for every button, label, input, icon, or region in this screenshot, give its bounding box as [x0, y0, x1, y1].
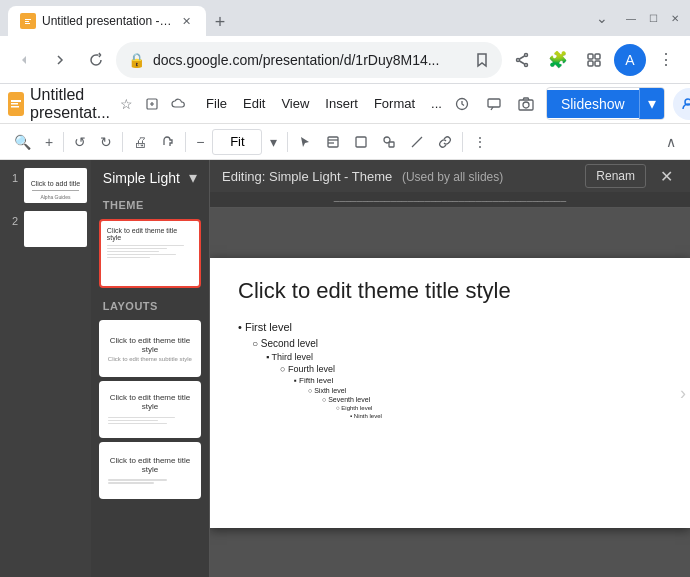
menu-file[interactable]: File: [198, 92, 235, 115]
url-text: docs.google.com/presentation/d/1rDuy8M14…: [153, 52, 466, 68]
back-button[interactable]: [8, 44, 40, 76]
layout-card-1[interactable]: Click to edit theme title style Click to…: [99, 320, 201, 377]
bullet-8: ○ Eighth level: [238, 405, 662, 411]
app-menu: File Edit View Insert Format ...: [198, 92, 450, 115]
new-tab-button[interactable]: +: [206, 8, 234, 36]
star-icon-btn[interactable]: ☆: [114, 92, 138, 116]
toolbar-divider-3: [185, 132, 186, 152]
theme-card-selected[interactable]: Click to edit theme title style: [99, 219, 201, 288]
shapes-dropdown-btn[interactable]: [376, 128, 402, 156]
move-to-drive-btn[interactable]: [140, 92, 164, 116]
svg-text:──────────────────────────────: ────────────────────────────────────────…: [333, 197, 567, 206]
slide-canvas[interactable]: Click to edit theme title style • First …: [210, 258, 690, 528]
svg-line-8: [520, 61, 525, 64]
slide-number-1: 1: [4, 168, 18, 184]
slide-thumbnail-2[interactable]: 2: [4, 211, 87, 246]
svg-rect-14: [11, 100, 21, 102]
line-tool-btn[interactable]: [404, 128, 430, 156]
slide-editor[interactable]: Click to edit theme title style • First …: [210, 208, 690, 577]
slides-panel: 1 Click to add title Alpha Guides 2: [0, 160, 91, 577]
slide1-title-text: Click to add title: [28, 172, 83, 187]
print-btn[interactable]: 🖨: [127, 128, 153, 156]
more-options-button[interactable]: ⋮: [650, 44, 682, 76]
close-editor-button[interactable]: ✕: [654, 164, 678, 188]
theme-dropdown-arrow[interactable]: ▾: [189, 168, 197, 187]
slide-preview-1[interactable]: Click to add title Alpha Guides: [24, 168, 87, 203]
paint-format-btn[interactable]: [155, 128, 181, 156]
add-people-button[interactable]: [673, 88, 690, 120]
svg-rect-12: [595, 61, 600, 66]
window-controls: — ☐ ✕: [624, 11, 682, 25]
tab-close-button[interactable]: ✕: [178, 13, 194, 29]
text-tool-btn[interactable]: [320, 128, 346, 156]
svg-line-7: [520, 56, 525, 59]
theme-header: Simple Light ▾: [91, 160, 209, 195]
menu-insert[interactable]: Insert: [317, 92, 366, 115]
close-button[interactable]: ✕: [668, 11, 682, 25]
bullet-6: ○ Sixth level: [238, 387, 662, 394]
address-bar[interactable]: 🔒 docs.google.com/presentation/d/1rDuy8M…: [116, 42, 502, 78]
zoom-dropdown[interactable]: Fit: [212, 129, 262, 155]
app-toolbar: Untitled presentat... ☆ File Edit View I…: [0, 84, 690, 124]
menu-edit[interactable]: Edit: [235, 92, 273, 115]
more-options-tool-btn[interactable]: ⋮: [467, 128, 493, 156]
link-tool-btn[interactable]: [432, 128, 458, 156]
svg-line-29: [412, 137, 422, 147]
menu-more[interactable]: ...: [423, 92, 450, 115]
slide-preview-2[interactable]: [24, 211, 87, 246]
toolbar-right: Slideshow ▾ A: [450, 87, 690, 120]
maximize-button[interactable]: ☐: [646, 11, 660, 25]
app-title: Untitled presentat...: [30, 86, 110, 122]
svg-point-5: [525, 63, 528, 66]
layout-card-2[interactable]: Click to edit theme title style: [99, 381, 201, 438]
layout-1-title: Click to edit theme title style: [108, 336, 192, 354]
layout-card-3[interactable]: Click to edit theme title style: [99, 442, 201, 499]
search-tool-btn[interactable]: 🔍: [8, 128, 37, 156]
user-profile-button[interactable]: A: [614, 44, 646, 76]
bookmark-icon[interactable]: [474, 52, 490, 68]
history-btn[interactable]: [450, 92, 474, 116]
slideshow-dropdown-button[interactable]: ▾: [639, 88, 664, 119]
browser-tab-active[interactable]: Untitled presentation - Google S ✕: [8, 6, 206, 36]
slideshow-start-button[interactable]: Slideshow: [547, 90, 639, 118]
shape-tool-btn[interactable]: [348, 128, 374, 156]
slideshow-button-group: Slideshow ▾: [546, 87, 665, 120]
add-tool-btn[interactable]: +: [39, 128, 59, 156]
extensions-icon-btn[interactable]: 🧩: [542, 44, 574, 76]
forward-button[interactable]: [44, 44, 76, 76]
title-bar: Untitled presentation - Google S ✕ + ⌄ —…: [0, 0, 690, 36]
svg-rect-10: [595, 54, 600, 59]
undo-btn[interactable]: ↺: [68, 128, 92, 156]
lock-icon: 🔒: [128, 52, 145, 68]
theme-card-lines: [107, 243, 193, 260]
cloud-save-btn[interactable]: [166, 92, 190, 116]
menu-view[interactable]: View: [273, 92, 317, 115]
minimize-button[interactable]: —: [624, 11, 638, 25]
tab-favicon: [20, 13, 36, 29]
profile-icon-btn[interactable]: [578, 44, 610, 76]
scroll-right-indicator[interactable]: ›: [680, 382, 686, 403]
redo-btn[interactable]: ↻: [94, 128, 118, 156]
slide-thumbnail-1[interactable]: 1 Click to add title Alpha Guides: [4, 168, 87, 203]
slide-title: Click to edit theme title style: [238, 278, 662, 304]
camera-btn[interactable]: [514, 92, 538, 116]
zoom-dropdown-btn[interactable]: ▾: [264, 128, 283, 156]
layout-1-subtitle: Click to edit theme subtitle style: [108, 356, 192, 362]
svg-rect-1: [25, 19, 31, 20]
tab-bar: Untitled presentation - Google S ✕ +: [8, 0, 588, 36]
svg-rect-16: [11, 106, 19, 108]
theme-card-title: Click to edit theme title style: [107, 227, 193, 241]
menu-format[interactable]: Format: [366, 92, 423, 115]
collapse-toolbar-btn[interactable]: ∧: [660, 128, 682, 156]
nav-icons: 🧩 A ⋮: [506, 44, 682, 76]
chrome-profile-icon[interactable]: ⌄: [596, 10, 608, 26]
comments-btn[interactable]: [482, 92, 506, 116]
cursor-tool-btn[interactable]: [292, 128, 318, 156]
reload-button[interactable]: [80, 44, 112, 76]
rename-button[interactable]: Renam: [585, 164, 646, 188]
main-content: 1 Click to add title Alpha Guides 2: [0, 160, 690, 577]
toolbar-divider-2: [122, 132, 123, 152]
share-icon-btn[interactable]: [506, 44, 538, 76]
svg-rect-3: [25, 23, 30, 24]
zoom-out-btn[interactable]: −: [190, 128, 210, 156]
